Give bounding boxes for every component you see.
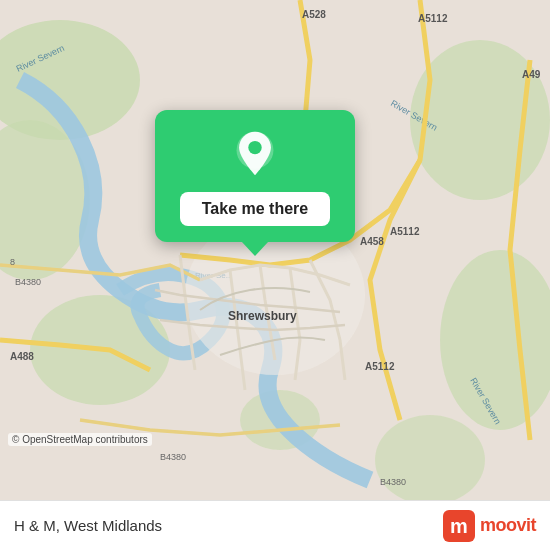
svg-text:B4380: B4380 (15, 277, 41, 287)
bottom-bar: H & M, West Midlands m moovit (0, 500, 550, 550)
svg-text:Shrewsbury: Shrewsbury (228, 309, 297, 323)
popup-card: Take me there (155, 110, 355, 242)
moovit-logo: m moovit (443, 510, 536, 542)
map-background: River Severn River Severn River Severn R… (0, 0, 550, 500)
svg-text:A5112: A5112 (365, 361, 395, 372)
map-container[interactable]: River Severn River Severn River Severn R… (0, 0, 550, 500)
svg-text:A49: A49 (522, 69, 541, 80)
moovit-icon: m (443, 510, 475, 542)
svg-text:m: m (450, 515, 468, 537)
osm-attribution: © OpenStreetMap contributors (8, 433, 152, 446)
svg-text:8: 8 (10, 257, 15, 267)
moovit-text: moovit (480, 515, 536, 536)
location-label: H & M, West Midlands (14, 517, 162, 534)
take-me-there-button[interactable]: Take me there (180, 192, 330, 226)
svg-text:A458: A458 (360, 236, 384, 247)
svg-text:A488: A488 (10, 351, 34, 362)
svg-point-26 (248, 141, 261, 154)
location-pin-icon (229, 130, 281, 182)
svg-text:A5112: A5112 (390, 226, 420, 237)
svg-text:B4380: B4380 (380, 477, 406, 487)
svg-text:A5112: A5112 (418, 13, 448, 24)
svg-text:A528: A528 (302, 9, 326, 20)
svg-text:B4380: B4380 (160, 452, 186, 462)
